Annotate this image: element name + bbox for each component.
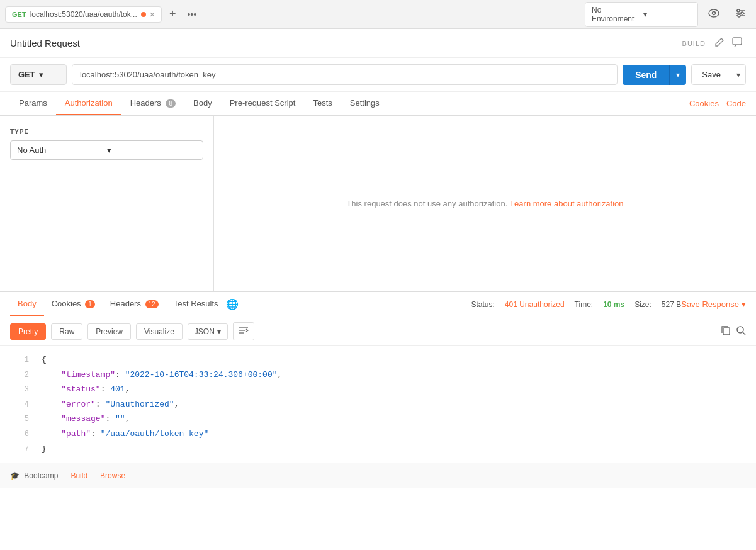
format-chevron-icon: [217, 327, 221, 336]
tab-prerequest[interactable]: Pre-request Script: [221, 92, 305, 115]
add-tab-button[interactable]: +: [166, 6, 180, 22]
svg-point-5: [737, 9, 740, 12]
unsaved-dot: [141, 12, 146, 17]
tabs-right-links: Cookies Code: [689, 99, 746, 108]
tab-settings[interactable]: Settings: [341, 92, 388, 115]
raw-view-button[interactable]: Raw: [51, 323, 82, 340]
tab-body[interactable]: Body: [184, 92, 221, 115]
env-selector: No Environment: [585, 2, 751, 27]
method-select[interactable]: GET: [10, 64, 67, 85]
response-tab-body[interactable]: Body: [10, 293, 44, 316]
json-line-1: 1 {: [0, 352, 756, 368]
code-link[interactable]: Code: [726, 99, 746, 108]
json-response-body: 1 { 2 "timestamp" : "2022-10-16T04:33:24…: [0, 346, 756, 463]
json-line-7: 7 }: [0, 442, 756, 457]
tab-headers[interactable]: Headers 8: [121, 92, 184, 115]
size-value: 527 B: [662, 300, 681, 309]
format-value: JSON: [195, 327, 215, 336]
request-tab[interactable]: GET localhost:53020/uaa/oauth/tok... ×: [5, 6, 162, 23]
json-line-2: 2 "timestamp" : "2022-10-16T04:33:24.306…: [0, 368, 756, 383]
send-button-group: Send ▾: [623, 65, 686, 85]
browse-link[interactable]: Browse: [100, 471, 125, 480]
auth-type-dropdown[interactable]: No Auth: [10, 140, 203, 160]
svg-point-0: [709, 9, 719, 17]
save-response-button[interactable]: Save Response ▾: [681, 300, 746, 309]
response-meta: Status: 401 Unauthorized Time: 10 ms Siz…: [471, 300, 681, 309]
response-section: Body Cookies 1 Headers 12 Test Results 🌐…: [0, 292, 756, 463]
edit-icon: [714, 37, 725, 47]
bottom-bar: 🎓 Bootcamp Build Browse: [0, 463, 756, 488]
svg-rect-8: [733, 38, 742, 45]
top-bar: GET localhost:53020/uaa/oauth/tok... × +…: [0, 0, 756, 29]
tab-authorization[interactable]: Authorization: [56, 92, 121, 115]
headers-response-badge: 12: [145, 300, 159, 308]
eye-icon: [708, 9, 719, 18]
json-line-6: 6 "path" : "/uaa/oauth/token_key": [0, 427, 756, 442]
response-tab-test-results[interactable]: Test Results: [166, 293, 226, 316]
response-toolbar: Pretty Raw Preview Visualize JSON: [0, 317, 756, 346]
eye-icon-button[interactable]: [703, 6, 725, 23]
learn-more-link[interactable]: Learn more about authorization: [510, 199, 624, 208]
build-link[interactable]: Build: [71, 471, 87, 480]
request-tabs-bar: Params Authorization Headers 8 Body Pre-…: [0, 92, 756, 116]
search-icon-button[interactable]: [736, 325, 746, 337]
auth-sidebar: TYPE No Auth: [0, 116, 214, 291]
time-label: Time:: [575, 300, 594, 309]
save-response-chevron-icon: ▾: [742, 300, 746, 309]
toolbar-right: [721, 325, 746, 337]
request-title-bar: Untitled Request BUILD: [0, 29, 756, 58]
close-tab-icon[interactable]: ×: [150, 9, 155, 20]
headers-badge: 8: [166, 99, 176, 108]
svg-point-7: [738, 14, 740, 17]
tab-params[interactable]: Params: [10, 92, 56, 115]
send-dropdown-button[interactable]: ▾: [669, 65, 686, 85]
url-input[interactable]: [72, 64, 618, 85]
search-icon: [736, 325, 746, 335]
svg-line-14: [743, 332, 745, 335]
svg-point-13: [737, 327, 743, 333]
method-chevron-icon: [39, 70, 43, 79]
response-tab-cookies[interactable]: Cookies 1: [44, 293, 103, 316]
response-tabs-bar: Body Cookies 1 Headers 12 Test Results 🌐…: [0, 292, 756, 317]
copy-icon-button[interactable]: [721, 325, 731, 337]
no-auth-message: This request does not use any authorizat…: [346, 199, 623, 208]
method-value: GET: [18, 70, 35, 79]
url-bar: GET Send ▾ Save ▾: [0, 58, 756, 92]
env-chevron-icon: [643, 10, 691, 19]
bootcamp-label: 🎓 Bootcamp: [10, 471, 58, 480]
save-button[interactable]: Save: [692, 65, 731, 84]
cookies-response-badge: 1: [85, 300, 95, 308]
json-line-5: 5 "message" : "" ,: [0, 412, 756, 427]
json-line-3: 3 "status" : 401 ,: [0, 382, 756, 397]
wrap-button[interactable]: [233, 322, 254, 340]
edit-icon-button[interactable]: [711, 35, 728, 52]
auth-type-chevron-icon: [107, 145, 197, 155]
json-line-4: 4 "error" : "Unauthorized" ,: [0, 397, 756, 412]
format-select[interactable]: JSON: [188, 323, 228, 340]
comment-icon-button[interactable]: [728, 35, 746, 52]
preview-view-button[interactable]: Preview: [87, 323, 131, 340]
globe-icon: 🌐: [226, 298, 239, 310]
auth-section: TYPE No Auth This request does not use a…: [0, 116, 756, 292]
save-dropdown-button[interactable]: ▾: [731, 65, 745, 84]
more-tabs-button[interactable]: •••: [183, 8, 200, 21]
response-tab-headers[interactable]: Headers 12: [103, 293, 166, 316]
comment-icon: [732, 37, 742, 47]
wrap-icon: [239, 326, 249, 335]
env-dropdown[interactable]: No Environment: [585, 2, 698, 27]
status-code: 401 Unauthorized: [505, 300, 565, 309]
cookies-link[interactable]: Cookies: [689, 99, 719, 108]
pretty-view-button[interactable]: Pretty: [10, 323, 46, 340]
auth-type-value: No Auth: [17, 145, 107, 155]
request-title: Untitled Request: [10, 38, 682, 48]
build-label: BUILD: [682, 40, 706, 47]
send-button[interactable]: Send: [623, 65, 669, 85]
tab-url: localhost:53020/uaa/oauth/tok...: [30, 10, 137, 19]
bootcamp-icon: 🎓: [10, 471, 20, 480]
tab-tests[interactable]: Tests: [304, 92, 341, 115]
visualize-view-button[interactable]: Visualize: [136, 323, 183, 340]
svg-point-1: [713, 11, 716, 14]
sliders-icon: [735, 8, 746, 19]
settings-icon-button[interactable]: [730, 5, 751, 24]
type-label: TYPE: [10, 128, 203, 135]
